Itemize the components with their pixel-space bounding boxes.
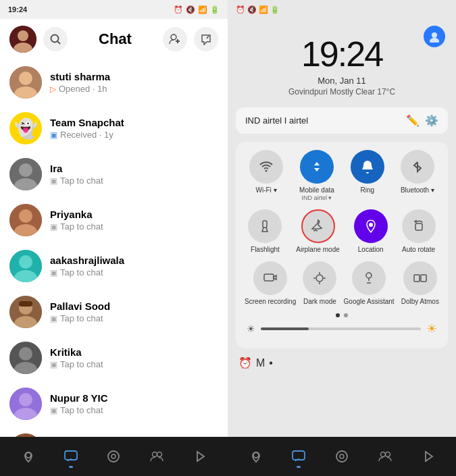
svg-point-57 (336, 451, 347, 462)
location-label: Location (358, 246, 384, 253)
nav-camera-right[interactable] (328, 446, 356, 467)
friends-icon (149, 449, 164, 464)
nav-chat-right[interactable] (284, 446, 313, 467)
svg-point-35 (108, 451, 119, 462)
ring-icon (351, 150, 384, 184)
list-item[interactable]: Pallavi Sood ▣ Tap to chat (0, 289, 228, 335)
chat-info: Ira ▣ Tap to chat (50, 163, 218, 186)
svg-point-60 (385, 452, 390, 457)
svg-point-41 (430, 38, 439, 43)
google-assistant-icon (352, 261, 386, 295)
chat-avatar (9, 204, 42, 236)
qs-mobile-data[interactable]: Mobile data IND airtel ▾ (299, 150, 334, 201)
user-avatar[interactable] (9, 26, 36, 53)
svg-point-12 (19, 163, 32, 177)
list-item[interactable]: Nupur 8 YIC ▣ Tap to chat (0, 381, 228, 427)
list-item[interactable]: Ira ▣ Tap to chat (0, 151, 228, 197)
nav-map-right[interactable] (242, 446, 270, 467)
nav-camera[interactable] (99, 446, 128, 467)
list-item[interactable]: Akanksha Jakhar ▣ Tap to chat (0, 427, 228, 437)
chat-name: Pallavi Sood (50, 300, 218, 312)
location-icon (354, 209, 388, 243)
clock-display: 19:24 (228, 34, 456, 74)
svg-marker-39 (197, 452, 204, 461)
bottom-nav-left (0, 437, 228, 476)
svg-point-59 (380, 452, 385, 457)
qs-airplane[interactable]: Airplane mode (296, 209, 339, 253)
ring-svg (360, 159, 375, 174)
mobile-data-sublabel: IND airtel ▾ (301, 194, 332, 201)
add-friend-button[interactable] (163, 27, 187, 51)
chat-name: Nupur 8 YIC (50, 392, 218, 404)
qs-screen-rec[interactable]: Screen recording (245, 261, 296, 305)
status-icons-left: ⏰ 🔇 📶 🔋 (174, 5, 220, 14)
qs-dolby[interactable]: Dolby Atmos (401, 261, 439, 305)
list-item[interactable]: stuti sharma ▷ Opened · 1h (0, 59, 228, 105)
settings-notification-icon[interactable]: ⚙️ (425, 114, 438, 127)
chat-status: Tap to chat (60, 405, 103, 415)
nav-friends[interactable] (143, 446, 171, 467)
list-item[interactable]: Priyanka ▣ Tap to chat (0, 197, 228, 243)
nav-discover-right[interactable] (413, 446, 442, 467)
notif-actions: ✏️ ⚙️ (406, 114, 438, 127)
user-avatar-img (9, 26, 36, 53)
map-icon (21, 449, 36, 464)
svg-point-15 (19, 209, 32, 223)
qs-wifi[interactable]: Wi-Fi ▾ (249, 150, 283, 201)
qs-ring[interactable]: Ring (351, 150, 384, 201)
airplane-mode-icon (301, 209, 335, 243)
profile-avatar-icon (428, 30, 440, 43)
chat-sub: ▣ Tap to chat (50, 405, 218, 415)
chat-avatar (9, 158, 42, 190)
flashlight-label: Flashlight (251, 246, 280, 253)
new-chat-button[interactable] (194, 27, 218, 51)
list-item[interactable]: Kritika ▣ Tap to chat (0, 335, 228, 381)
svg-point-9 (19, 72, 32, 85)
qs-flashlight[interactable]: Flashlight (248, 209, 282, 253)
bluetooth-label: Bluetooth ▾ (401, 186, 434, 194)
qs-autorotate[interactable]: Auto rotate (402, 209, 436, 253)
brightness-bar[interactable] (261, 327, 421, 330)
profile-icon[interactable] (424, 26, 445, 47)
list-item[interactable]: aakashrajliwala ▣ Tap to chat (0, 243, 228, 289)
search-icon (49, 33, 61, 45)
dot-indicator: • (269, 357, 273, 369)
chat-sub: ▣ Tap to chat (50, 267, 218, 277)
chat-status: Tap to chat (60, 176, 103, 186)
header-actions (163, 27, 218, 51)
nav-chat[interactable] (57, 446, 85, 467)
weather-display: Govindpuri Mostly Clear 17°C (228, 87, 456, 97)
chat-name: Priyanka (50, 209, 218, 220)
auto-rotate-icon (402, 209, 436, 243)
chat-status: Tap to chat (60, 313, 103, 323)
google-assistant-label: Google Assistant (344, 298, 395, 305)
nav-discover[interactable] (185, 446, 213, 467)
chat-sub: ▣ Tap to chat (50, 359, 218, 369)
chat-name: Ira (50, 163, 218, 174)
tap-to-chat-icon: ▣ (50, 406, 57, 415)
flashlight-svg (257, 219, 272, 234)
svg-point-37 (152, 452, 157, 457)
edit-notification-icon[interactable]: ✏️ (406, 114, 420, 127)
qs-bluetooth[interactable]: Bluetooth ▾ (401, 150, 434, 201)
camera-icon-right (334, 449, 349, 464)
svg-point-58 (340, 454, 344, 458)
qs-google-assistant[interactable]: Google Assistant (344, 261, 395, 305)
tap-to-chat-icon: ▣ (50, 176, 57, 186)
svg-rect-56 (293, 451, 305, 460)
discover-icon (192, 449, 207, 464)
svg-point-28 (19, 393, 32, 406)
chat-info: aakashrajliwala ▣ Tap to chat (50, 255, 218, 277)
qs-location[interactable]: Location (354, 209, 388, 253)
search-button[interactable] (43, 27, 68, 51)
list-item[interactable]: 👻 Team Snapchat ▣ Received · 1y (0, 105, 228, 151)
right-phone: ⏰ 🔇 📶 🔋 19:24 Mon, Jan 11 Govindpuri Mos… (228, 0, 456, 476)
brightness-high-icon: ☀ (426, 321, 437, 336)
nav-map[interactable] (14, 446, 43, 467)
nav-friends-right[interactable] (371, 446, 399, 467)
map-icon-right (249, 449, 263, 464)
chat-info: Nupur 8 YIC ▣ Tap to chat (50, 392, 218, 415)
qs-dark-mode[interactable]: Dark mode (303, 261, 336, 305)
data-svg (309, 159, 324, 174)
tap-to-chat-icon: ▣ (50, 268, 57, 277)
